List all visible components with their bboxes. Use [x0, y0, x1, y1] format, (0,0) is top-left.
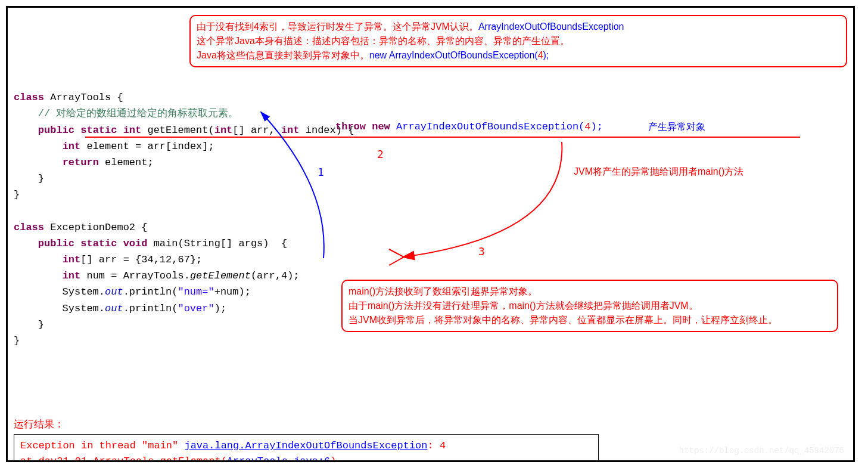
inline-throw: throw new ArrayIndexOutOfBoundsException…: [335, 121, 603, 132]
watermark: https://blog.csdn.net/qq_45942076: [679, 446, 844, 456]
produce-exception-label: 产生异常对象: [648, 121, 705, 134]
anno-bot-line3: 当JVM收到异常后，将异常对象中的名称、异常内容、位置都显示在屏幕上。同时，让程…: [349, 313, 831, 327]
anno-top-line3b: new ArrayIndexOutOfBoundsException(: [369, 50, 538, 60]
jvm-throw-label: JVM将产生的异常抛给调用者main()方法: [574, 166, 743, 178]
anno-top-line3-num: 4: [538, 50, 543, 60]
annotation-top-box: 由于没有找到4索引，导致运行时发生了异常。这个异常JVM认识。ArrayInde…: [189, 15, 847, 67]
console-output: Exception in thread "main" java.lang.Arr…: [14, 434, 599, 462]
anno-top-line3a: Java将这些信息直接封装到异常对象中。: [197, 50, 369, 60]
red-underline: [85, 137, 800, 138]
run-result-label: 运行结果：: [14, 417, 847, 431]
anno-bot-line2: 由于main()方法并没有进行处理异常，main()方法就会继续把异常抛给调用者…: [349, 299, 831, 313]
console-line1: Exception in thread "main" java.lang.Arr…: [20, 440, 446, 451]
annotation-bottom-box: main()方法接收到了数组索引越界异常对象。 由于main()方法并没有进行处…: [341, 280, 838, 332]
anno-top-line3c: );: [543, 50, 549, 60]
anno-top-line2: 这个异常Java本身有描述：描述内容包括：异常的名称、异常的内容、异常的产生位置…: [197, 34, 840, 48]
anno-top-line1-blue: ArrayIndexOutOfBoundsException: [478, 21, 624, 32]
console-line2: at day21_01.ArrayTools.getElement(ArrayT…: [20, 456, 337, 462]
document-frame: 由于没有找到4索引，导致运行时发生了异常。这个异常JVM认识。ArrayInde…: [6, 6, 855, 462]
arrow-label-1: 1: [318, 166, 324, 178]
arrow-label-3: 3: [478, 245, 485, 258]
arrow-label-2: 2: [377, 148, 384, 160]
anno-top-line1-red: 由于没有找到4索引，导致运行时发生了异常。这个异常JVM认识。: [197, 21, 478, 32]
anno-bot-line1: main()方法接收到了数组索引越界异常对象。: [349, 284, 831, 299]
